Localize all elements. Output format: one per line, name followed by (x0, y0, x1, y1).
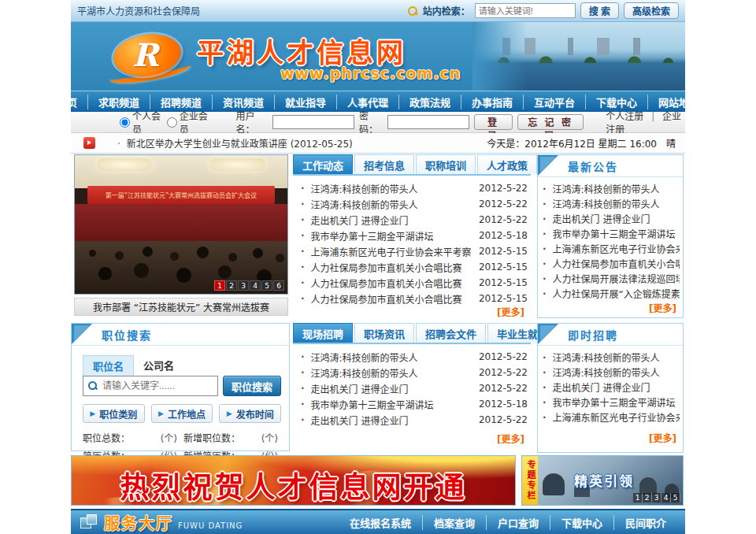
notice-item[interactable]: 走出机关门 进得企业门 (539, 211, 680, 226)
side-page-button[interactable]: 3 (652, 493, 662, 502)
news-item[interactable]: 汪鸿涛:科技创新的带头人 2012-5-22 (298, 349, 528, 365)
news-item[interactable]: 人力社保局参加市直机关小合唱比赛 2012-5-15 (298, 291, 528, 306)
site-search-input[interactable] (475, 3, 576, 18)
news-item-title: 我市举办第十三期金平湖讲坛 (311, 398, 474, 411)
member-type-personal[interactable]: 个人会员 (120, 109, 162, 135)
news-item[interactable]: 走出机关门 进得企业门 2012-5-22 (298, 380, 528, 396)
side-page-button[interactable]: 5 (671, 493, 680, 502)
instant-more-link[interactable]: [更多] (649, 431, 676, 444)
service-link[interactable]: 下载中心 (550, 515, 613, 530)
photo-crowd-heads (89, 250, 96, 257)
register-personal-link[interactable]: 个人注册 (606, 111, 643, 122)
work-tab[interactable]: 职称培训 (416, 154, 476, 174)
tab-position-name[interactable]: 职位名 (83, 355, 134, 376)
instant-panel-header: 即时招聘 (538, 324, 683, 346)
nav-item[interactable]: 互动平台 (523, 95, 585, 109)
news-item[interactable]: 汪鸿涛:科技创新的带头人 2012-5-22 (298, 365, 528, 380)
notice-item[interactable]: 人力社保局参加市直机关小合唱比赛 (539, 256, 680, 271)
forgot-password-button[interactable]: 忘 记 密 码 (517, 114, 584, 130)
work-more-link[interactable]: [更多] (497, 305, 524, 318)
login-button[interactable]: 登 录 (474, 114, 513, 130)
notice-item[interactable]: 上海浦东新区光电子行业协会来平考 (539, 241, 680, 256)
instant-item[interactable]: 汪鸿涛:科技创新的带头人 (539, 350, 680, 365)
nav-item[interactable]: 下载中心 (585, 95, 647, 109)
news-photo[interactable]: 第一届“江苏技能状元”大赛常州选拔赛动员会扩大会议 123456 (74, 154, 288, 295)
photo-caption-link[interactable]: 我市部署 “江苏技能状元” 大赛常州选拔赛 (74, 298, 288, 316)
news-item[interactable]: 人力社保局参加市直机关小合唱比赛 2012-5-15 (298, 275, 528, 291)
username-field[interactable] (272, 115, 354, 129)
recruit-tab[interactable]: 职场资讯 (354, 323, 414, 343)
filter-button[interactable]: 发布时间 (219, 404, 281, 423)
nav-item[interactable]: 首页 (46, 95, 87, 109)
site-search-button[interactable]: 搜 索 (580, 2, 619, 19)
news-item-title: 汪鸿涛:科技创新的带头人 (311, 198, 474, 211)
advanced-search-button[interactable]: 高级检索 (624, 2, 679, 19)
nav-item[interactable]: 招聘频道 (150, 95, 212, 109)
keyword-input[interactable] (102, 380, 213, 391)
nav-item[interactable]: 就业指导 (274, 95, 336, 109)
nav-item[interactable]: 网站地图 (647, 95, 710, 109)
instant-item[interactable]: 上海浦东新区光电子行业协会来平考 (539, 410, 680, 425)
password-field[interactable] (387, 115, 469, 129)
work-tab[interactable]: 工作动态 (293, 154, 353, 174)
recruit-tab[interactable]: 现场招聘 (293, 323, 353, 343)
filter-button[interactable]: 职位类别 (83, 404, 145, 423)
news-item[interactable]: 我市举办第十三期金平湖讲坛 2012-5-18 (298, 228, 528, 243)
news-item[interactable]: 人力社保局参加市直机关小合唱比赛 2012-5-15 (298, 259, 528, 275)
filter-button[interactable]: 工作地点 (151, 404, 213, 423)
news-item[interactable]: 汪鸿涛:科技创新的带头人 2012-5-22 (298, 196, 528, 212)
photo-page-button[interactable]: 5 (261, 280, 272, 291)
instant-item[interactable]: 走出机关门 进得企业门 (539, 380, 680, 395)
tab-company-name[interactable]: 公司名 (134, 355, 183, 376)
news-item[interactable]: 走出机关门 进得企业门 2012-5-22 (298, 412, 528, 428)
recruit-tab[interactable]: 招聘会文件 (416, 323, 486, 343)
work-tab[interactable]: 人才政策 (477, 154, 537, 174)
instant-item[interactable]: 我市举办第十三期金平湖讲坛 (539, 395, 680, 410)
news-item-date: 2012-5-22 (479, 198, 528, 210)
notice-item[interactable]: 汪鸿涛:科技创新的带头人 (539, 181, 680, 196)
service-link[interactable]: 户口查询 (486, 515, 550, 530)
photo-page-button[interactable]: 3 (238, 280, 249, 291)
nav-item[interactable]: 人事代理 (336, 95, 398, 109)
photo-page-button[interactable]: 1 (214, 280, 225, 291)
side-page-button[interactable]: 1 (633, 493, 643, 502)
work-tab[interactable]: 招考信息 (354, 154, 414, 174)
keyword-input-wrap (83, 376, 218, 396)
site-logo[interactable]: R (109, 30, 195, 82)
news-item[interactable]: 走出机关门 进得企业门 2012-5-22 (298, 212, 528, 228)
photo-page-button[interactable]: 4 (250, 280, 261, 291)
news-item[interactable]: 我市举办第十三期金平湖讲坛 2012-5-18 (298, 396, 528, 412)
notice-item-title: 人力社保局开展“入企锻炼提素质” (553, 287, 680, 300)
recruit-more-link[interactable]: [更多] (497, 432, 524, 445)
nav-item[interactable]: 政策法规 (398, 95, 461, 109)
service-link[interactable]: 在线报名系统 (339, 515, 422, 530)
personal-radio[interactable] (120, 117, 130, 128)
news-item[interactable]: 上海浦东新区光电子行业协会来平考察 2012-5-15 (298, 243, 528, 259)
instant-item[interactable]: 汪鸿涛:科技创新的带头人 (539, 365, 680, 380)
notice-more-link[interactable]: [更多] (649, 301, 676, 314)
company-radio-label: 企业会员 (180, 109, 209, 135)
notice-item[interactable]: 人力社保局开展“入企锻炼提素质” (539, 286, 680, 301)
service-link[interactable]: 民间职介 (613, 515, 677, 530)
ticker-news-link[interactable]: 新北区举办大学生创业与就业政策讲座 (2012-05-25) (117, 136, 353, 150)
cube-icon (80, 514, 98, 530)
service-link[interactable]: 档案查询 (422, 515, 486, 530)
corner-triangle-icon (538, 324, 558, 344)
news-item[interactable]: 汪鸿涛:科技创新的带头人 2012-5-22 (298, 180, 528, 196)
side-page-button[interactable]: 2 (643, 493, 652, 502)
notice-item[interactable]: 我市举办第十三期金平湖讲坛 (539, 226, 680, 241)
company-radio[interactable] (167, 117, 177, 128)
job-search-button[interactable]: 职位搜索 (223, 376, 281, 396)
celebration-banner[interactable]: 热烈祝贺人才信息网开通 (71, 455, 516, 506)
photo-page-button[interactable]: 2 (226, 280, 237, 291)
photo-page-button[interactable]: 6 (273, 280, 284, 291)
nav-item[interactable]: 办事指南 (461, 95, 523, 109)
nav-item[interactable]: 资讯频道 (212, 95, 274, 109)
nav-item[interactable]: 求职频道 (87, 95, 150, 109)
work-block: 工作动态招考信息职称培训人才政策 汪鸿涛:科技创新的带头人 2012-5-22 … (293, 154, 531, 318)
notice-item[interactable]: 人力社保局开展法律法规巡回培训 (539, 271, 680, 286)
side-page-button[interactable]: 4 (662, 493, 671, 502)
member-type-company[interactable]: 企业会员 (167, 109, 209, 135)
special-topic-banner[interactable]: 专题专栏 精英引领 12345 (521, 455, 684, 506)
notice-item[interactable]: 汪鸿涛:科技创新的带头人 (539, 196, 680, 211)
